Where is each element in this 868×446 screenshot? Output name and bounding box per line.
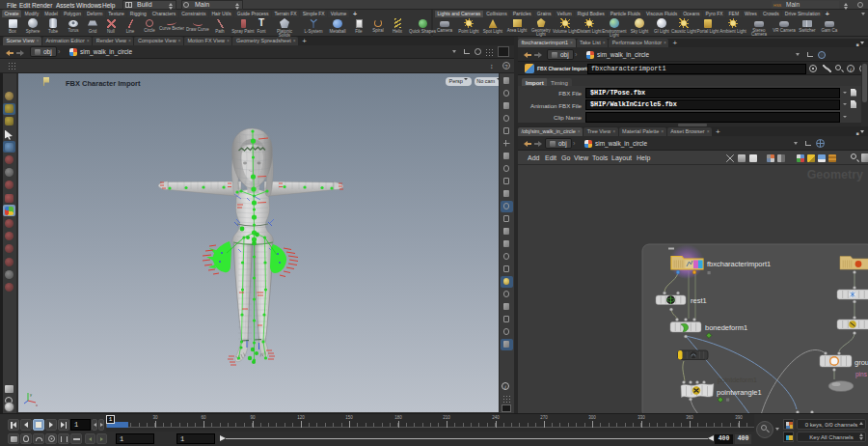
svg-text:rest1: rest1 [691, 296, 707, 305]
svg-text:fbxcharacterimport1: fbxcharacterimport1 [707, 260, 771, 268]
svg-text:x: x [36, 403, 38, 407]
svg-text:pointwrangle1: pointwrangle1 [717, 388, 762, 397]
svg-text:bonedeform1: bonedeform1 [705, 323, 747, 332]
svg-text:pins: pins [855, 371, 868, 378]
svg-text:y: y [30, 392, 32, 397]
svg-text:grou: grou [854, 358, 868, 367]
svg-text:pointdeform1: pointdeform1 [718, 376, 757, 384]
